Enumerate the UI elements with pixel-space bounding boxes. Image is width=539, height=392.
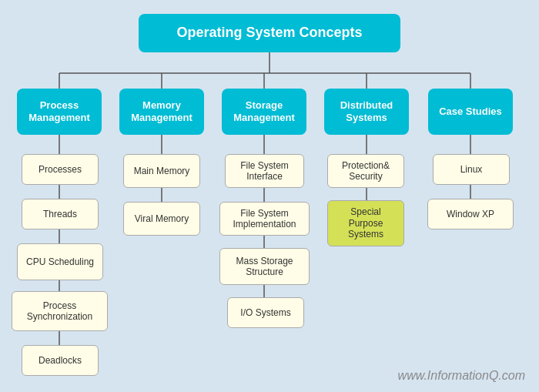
category-distributed: Distributed Systems — [324, 89, 409, 135]
item-winxp: Window XP — [427, 199, 514, 230]
item-deadlocks: Deadlocks — [22, 345, 99, 376]
category-memory: Memory Management — [119, 89, 204, 135]
category-process: Process Management — [17, 89, 102, 135]
category-storage: Storage Management — [222, 89, 306, 135]
watermark: www.InformationQ.com — [398, 369, 525, 383]
item-fsinterface: File System Interface — [225, 154, 304, 188]
item-viralmem: Viral Memory — [123, 202, 200, 236]
category-case: Case Studies — [428, 89, 513, 135]
root-node: Operating System Concepts — [139, 14, 400, 52]
diagram: Operating System Concepts Process Manage… — [0, 0, 539, 392]
item-mainmem: Main Memory — [123, 154, 200, 188]
item-fsimpl: File System Implementation — [219, 202, 310, 236]
item-massstorage: Mass Storage Structure — [219, 248, 310, 285]
item-protection: Protection& Security — [327, 154, 404, 188]
item-cpu: CPU Scheduling — [17, 243, 103, 280]
item-linux: Linux — [433, 154, 510, 185]
item-threads: Threads — [22, 199, 99, 230]
item-processes: Processes — [22, 154, 99, 185]
item-sync: Process Synchronization — [12, 291, 108, 331]
item-io: I/O Systems — [227, 297, 304, 328]
item-special: Special Purpose Systems — [327, 200, 404, 246]
